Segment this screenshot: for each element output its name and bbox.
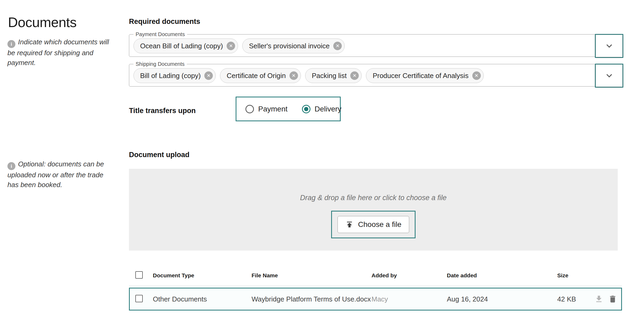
column-header-document-type: Document Type: [153, 272, 252, 279]
info-note-optional-text: Optional: documents can be uploaded now …: [7, 160, 104, 189]
cell-date-added: Aug 16, 2024: [447, 295, 557, 303]
table-body: Other DocumentsWaybridge Platform Terms …: [129, 288, 622, 311]
title-transfers-label: Title transfers upon: [129, 107, 196, 115]
chip-remove-icon[interactable]: ✕: [333, 42, 342, 50]
payment-dropdown-button[interactable]: [596, 35, 623, 57]
document-chip[interactable]: Certificate of Origin✕: [220, 68, 301, 83]
payment-documents-chips: Ocean Bill of Lading (copy)✕Seller's pro…: [129, 37, 595, 54]
radio-selected-icon[interactable]: [302, 105, 310, 113]
documents-table: Document Type File Name Added by Date ad…: [129, 269, 622, 311]
shipping-documents-field[interactable]: Shipping Documents Bill of Lading (copy)…: [129, 61, 595, 87]
table-row[interactable]: Other DocumentsWaybridge Platform Terms …: [129, 288, 622, 311]
choose-file-label: Choose a file: [358, 220, 401, 229]
cell-file-name: Waybridge Platform Terms of Use.docx: [252, 295, 371, 303]
table-divider: [129, 286, 622, 286]
column-header-size: Size: [557, 272, 594, 279]
chip-label: Seller's provisional invoice: [249, 42, 330, 50]
row-checkbox[interactable]: [135, 295, 143, 302]
column-header-added-by: Added by: [371, 272, 447, 279]
chip-remove-icon[interactable]: ✕: [350, 71, 359, 80]
chip-remove-icon[interactable]: ✕: [204, 71, 213, 80]
column-header-file-name: File Name: [252, 272, 371, 279]
row-checkbox-cell: [135, 295, 153, 303]
payment-dropdown-highlight: [595, 34, 623, 58]
payment-documents-field[interactable]: Payment Documents Ocean Bill of Lading (…: [129, 31, 595, 57]
info-note-required-text: Indicate which documents will be require…: [7, 38, 109, 67]
document-chip[interactable]: Bill of Lading (copy)✕: [133, 68, 216, 83]
select-all-checkbox[interactable]: [135, 271, 143, 279]
chevron-down-icon: [604, 40, 615, 51]
radio-option-label: Payment: [258, 105, 288, 113]
cell-added-by: Macy: [371, 295, 447, 303]
shipping-dropdown-highlight: [595, 64, 623, 88]
required-documents-heading: Required documents: [129, 18, 200, 26]
chip-label: Packing list: [312, 72, 347, 80]
delete-icon[interactable]: [608, 295, 617, 304]
cell-document-type: Other Documents: [153, 295, 252, 303]
radio-unselected-icon[interactable]: [245, 105, 254, 113]
title-transfer-radio-group: PaymentDelivery: [236, 97, 341, 121]
chip-label: Bill of Lading (copy): [140, 72, 201, 80]
document-upload-heading: Document upload: [129, 151, 189, 159]
radio-option-label: Delivery: [315, 105, 342, 113]
dropzone-hint: Drag & drop a file here or click to choo…: [129, 194, 618, 202]
shipping-documents-label: Shipping Documents: [133, 61, 187, 67]
chip-remove-icon[interactable]: ✕: [289, 71, 298, 80]
document-chip[interactable]: Producer Certificate of Analysis✕: [366, 68, 483, 83]
radio-dot: [304, 107, 308, 111]
radio-option-payment[interactable]: Payment: [245, 105, 288, 113]
shipping-documents-chips: Bill of Lading (copy)✕Certificate of Ori…: [129, 67, 595, 84]
upload-icon: [345, 220, 354, 229]
shipping-dropdown-button[interactable]: [596, 64, 623, 87]
download-icon[interactable]: [594, 295, 603, 304]
cell-size: 42 KB: [557, 295, 594, 303]
page-title: Documents: [8, 14, 77, 30]
payment-documents-label: Payment Documents: [133, 31, 187, 37]
choose-file-highlight: Choose a file: [331, 211, 416, 238]
chip-label: Certificate of Origin: [227, 72, 286, 80]
chip-label: Producer Certificate of Analysis: [373, 72, 468, 80]
radio-option-delivery[interactable]: Delivery: [302, 105, 342, 113]
document-chip[interactable]: Packing list✕: [305, 68, 362, 83]
column-header-date-added: Date added: [447, 272, 557, 279]
file-dropzone[interactable]: Drag & drop a file here or click to choo…: [129, 169, 618, 251]
chip-remove-icon[interactable]: ✕: [227, 42, 235, 50]
chip-label: Ocean Bill of Lading (copy): [140, 42, 223, 50]
document-chip[interactable]: Ocean Bill of Lading (copy)✕: [133, 38, 238, 53]
choose-file-button[interactable]: Choose a file: [338, 216, 409, 233]
document-chip[interactable]: Seller's provisional invoice✕: [242, 38, 345, 53]
header-checkbox-cell: [135, 271, 153, 280]
chevron-down-icon: [604, 70, 615, 81]
info-note-optional: iOptional: documents can be uploaded now…: [7, 159, 114, 190]
table-header-row: Document Type File Name Added by Date ad…: [129, 269, 622, 282]
info-icon: i: [7, 162, 15, 170]
chip-remove-icon[interactable]: ✕: [472, 71, 481, 80]
info-icon: i: [7, 40, 15, 48]
info-note-required: iIndicate which documents will be requir…: [7, 37, 114, 68]
row-actions: [594, 295, 621, 304]
